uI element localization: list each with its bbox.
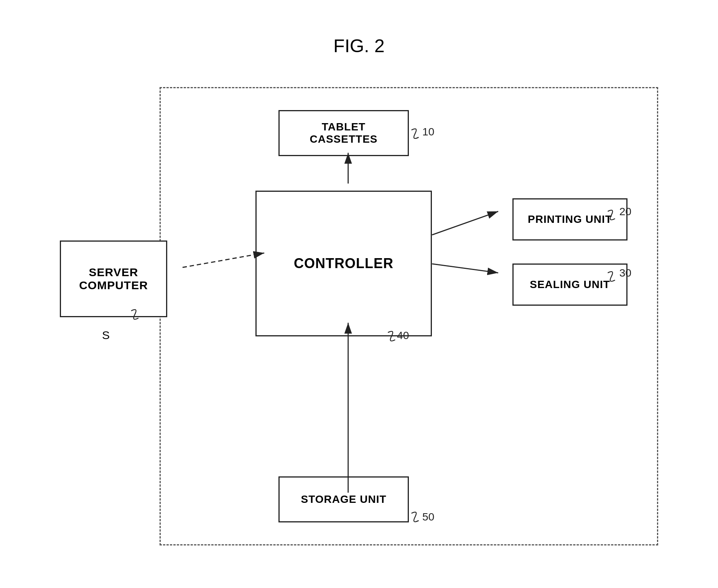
server-label-s: S bbox=[102, 329, 110, 342]
printing-unit-label: PRINTING UNIT bbox=[528, 213, 612, 226]
storage-unit-label: STORAGE UNIT bbox=[301, 493, 386, 506]
controller-label: CONTROLLER bbox=[294, 255, 394, 272]
server-computer-box: SERVERCOMPUTER bbox=[60, 240, 167, 317]
diagram-container: FIG. 2 SERVERCOMPUTER S TABLETCASSETTES … bbox=[52, 35, 666, 553]
server-computer-label: SERVERCOMPUTER bbox=[79, 266, 148, 292]
figure-title: FIG. 2 bbox=[333, 35, 384, 56]
tablet-cassettes-label: TABLETCASSETTES bbox=[310, 121, 377, 145]
printing-unit-box: PRINTING UNIT bbox=[512, 198, 627, 240]
tablet-cassettes-box: TABLETCASSETTES bbox=[278, 110, 409, 156]
controller-box: CONTROLLER bbox=[255, 191, 432, 336]
sealing-unit-label: SEALING UNIT bbox=[530, 278, 610, 291]
storage-unit-box: STORAGE UNIT bbox=[278, 476, 409, 522]
sealing-unit-box: SEALING UNIT bbox=[512, 264, 627, 306]
diagram-area: SERVERCOMPUTER S TABLETCASSETTES CONTROL… bbox=[52, 79, 666, 553]
